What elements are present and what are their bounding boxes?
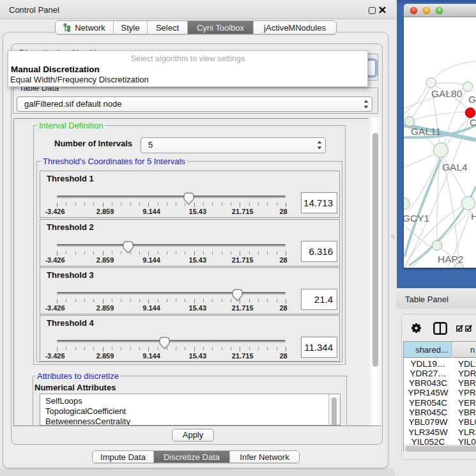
svg-text:HAP2: HAP2 <box>438 254 464 265</box>
svg-text:GCY1: GCY1 <box>404 213 429 224</box>
svg-text:GAL4: GAL4 <box>442 162 468 173</box>
svg-text:GA: GA <box>468 94 476 105</box>
svg-text:C: C <box>470 117 476 128</box>
svg-text:GAL11: GAL11 <box>411 126 441 137</box>
svg-text:GAL80: GAL80 <box>431 88 463 99</box>
svg-text:H: H <box>471 211 476 222</box>
